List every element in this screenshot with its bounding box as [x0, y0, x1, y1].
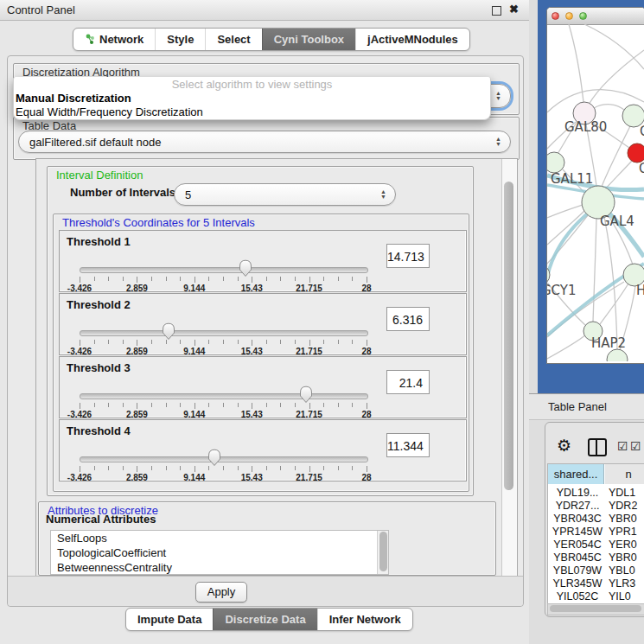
table-row[interactable]: YBR043CYBR0 [548, 513, 644, 526]
table-row[interactable]: YDL19...YDL1 [548, 487, 644, 500]
scrollbar-thumb[interactable] [379, 532, 387, 571]
attribute-list-item[interactable]: BetweennessCentrality [51, 560, 388, 575]
cell-shared-name: YDL19... [552, 487, 603, 500]
slider-tick [108, 403, 109, 407]
float-window-icon[interactable] [492, 6, 501, 16]
table-row[interactable]: YLR345WYLR3 [548, 577, 644, 590]
mac-close-icon[interactable] [552, 12, 559, 20]
numerical-attributes-list[interactable]: SelfLoopsTopologicalCoefficientBetweenne… [50, 530, 389, 575]
slider-tick [194, 340, 195, 346]
network-node-gal11[interactable] [547, 152, 564, 173]
mac-minimize-icon[interactable] [565, 12, 573, 20]
split-columns-icon[interactable] [588, 438, 607, 456]
attributes-scrollbar[interactable] [377, 531, 388, 574]
node-table[interactable]: shared...nYDL19...YDL1YDR27...YDR2YBR043… [547, 463, 644, 605]
slider-tick-label: 21.715 [288, 284, 331, 293]
slider-tick [252, 277, 252, 283]
settings-vertical-scrollbar[interactable] [501, 159, 517, 576]
slider-tick [208, 403, 209, 407]
table-data-value: galFiltered.sif default node [29, 136, 161, 149]
checkbox-icon[interactable]: ☑ [630, 440, 641, 452]
table-horizontal-scrollbar[interactable] [547, 603, 644, 615]
slider-tick [252, 340, 252, 346]
attributes-group: Attributes to discretize Numerical Attri… [38, 501, 496, 576]
slider-track[interactable] [80, 267, 368, 273]
network-edge[interactable] [605, 161, 632, 189]
checkbox-icon[interactable]: ☑ [617, 440, 628, 452]
slider-tick [295, 277, 296, 281]
tab-style[interactable]: Style [155, 29, 205, 50]
stepper-icon[interactable]: ▲▼ [495, 85, 501, 107]
slider-track[interactable] [80, 393, 368, 399]
tab-cyni-toolbox[interactable]: Cyni Toolbox [262, 29, 355, 50]
table-row[interactable]: YBR045CYBR0 [548, 552, 644, 564]
column-header-name[interactable]: n [605, 464, 644, 484]
network-node-label: H [636, 283, 644, 298]
network-edge-thick[interactable] [547, 207, 595, 277]
slider-tick [94, 466, 95, 470]
network-canvas[interactable]: GAL80GCGAL11GAL4GCY1HHAP2 [547, 24, 644, 361]
tab-select[interactable]: Select [205, 29, 261, 50]
network-node-label: C [639, 161, 644, 176]
slider-thumb[interactable] [207, 449, 221, 467]
threshold-panel: Threshold 2-3.4262.8599.14415.4321.71528… [59, 293, 467, 355]
popup-option[interactable]: Manual Discretization [14, 92, 490, 105]
table-row[interactable]: YPR145WYPR1 [548, 526, 644, 539]
slider-thumb[interactable] [239, 259, 252, 277]
threshold-value-field[interactable]: 21.4 [386, 370, 430, 394]
gear-icon[interactable]: ⚙ [557, 437, 571, 454]
close-icon[interactable]: ✖ [509, 3, 519, 16]
threshold-label: Threshold 2 [67, 298, 131, 311]
slider-tick [223, 403, 224, 407]
network-edge[interactable] [594, 105, 625, 111]
attribute-list-item[interactable]: SelfLoops [51, 531, 388, 545]
slider-tick-label: -3.426 [58, 473, 101, 482]
table-row[interactable]: YDR27...YDR2 [548, 500, 644, 513]
table-row[interactable]: YIL052CYIL0 [548, 590, 644, 603]
network-node-c[interactable] [628, 143, 644, 163]
slider-tick [166, 403, 167, 407]
scrollbar-thumb[interactable] [550, 605, 641, 612]
mac-zoom-icon[interactable] [579, 12, 587, 20]
popup-option[interactable]: Equal Width/Frequency Discretization [14, 105, 490, 119]
stepper-icon[interactable]: ▲▼ [495, 131, 501, 152]
apply-button[interactable]: Apply [195, 582, 247, 603]
slider-thumb[interactable] [299, 386, 313, 404]
slider-tick-label: 28 [345, 284, 388, 293]
slider-tick [94, 340, 95, 344]
slider-tick [80, 340, 80, 346]
network-edge[interactable] [584, 24, 644, 69]
slider-track[interactable] [80, 456, 368, 462]
network-edge[interactable] [547, 205, 583, 218]
tab-infer-network[interactable]: Infer Network [317, 609, 412, 630]
tab-label: Select [217, 29, 250, 49]
table-data-combobox[interactable]: galFiltered.sif default node ▲▼ [18, 131, 511, 153]
network-edge[interactable] [547, 335, 586, 359]
threshold-value-field[interactable]: 6.316 [386, 307, 430, 331]
slider-tick [223, 340, 224, 344]
tab-impute-data[interactable]: Impute Data [126, 609, 213, 630]
column-header-shared-name[interactable]: shared... [548, 464, 604, 484]
threshold-value-field[interactable]: 11.344 [386, 433, 430, 457]
slider-track[interactable] [80, 330, 368, 336]
slider-tick [194, 277, 195, 283]
network-node[interactable] [607, 349, 628, 361]
slider-thumb[interactable] [162, 322, 175, 341]
num-intervals-combobox[interactable]: 5 ▲▼ [174, 183, 396, 206]
tab-jactivemnodules[interactable]: jActiveMNodules [355, 29, 469, 50]
tab-network[interactable]: Network [73, 29, 155, 50]
stepper-icon[interactable]: ▲▼ [380, 184, 386, 205]
slider-tick [151, 340, 152, 344]
network-edge[interactable] [569, 24, 583, 102]
attribute-list-item[interactable]: TopologicalCoefficient [51, 545, 388, 560]
cell-shared-name: YBL079W [552, 564, 603, 577]
network-edge[interactable] [589, 50, 644, 105]
slider-tick [123, 277, 124, 281]
table-row[interactable]: YER054CYER0 [548, 539, 644, 552]
slider-tick [108, 277, 109, 281]
network-edge[interactable] [593, 219, 596, 322]
scrollbar-thumb[interactable] [504, 182, 513, 490]
tab-discretize-data[interactable]: Discretize Data [213, 609, 316, 630]
table-row[interactable]: YBL079WYBL0 [548, 564, 644, 577]
threshold-value-field[interactable]: 14.713 [386, 244, 430, 268]
